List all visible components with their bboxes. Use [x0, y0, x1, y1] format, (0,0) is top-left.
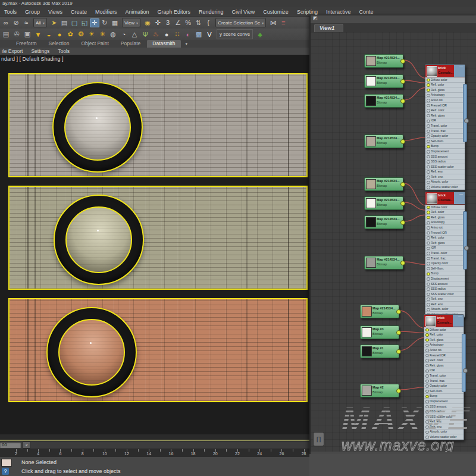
slot-refl-gloss[interactable]: Refl. gloss: [425, 87, 465, 93]
slot-aniso-rot-[interactable]: Aniso rot.: [425, 225, 465, 230]
slot-input-dot[interactable]: [427, 277, 430, 281]
material-preview-middle[interactable]: [8, 186, 308, 290]
slot-displacement[interactable]: Displacement: [425, 149, 465, 154]
material-preview-bottom[interactable]: [8, 298, 308, 402]
slot-transl-color[interactable]: Transl. color: [424, 373, 464, 378]
material-output-dot[interactable]: [464, 118, 469, 123]
vray-icon[interactable]: V: [205, 30, 214, 39]
slot-input-dot[interactable]: [425, 328, 429, 332]
menu-civil-view[interactable]: Civil View: [228, 9, 259, 15]
tree-icon[interactable]: ♣: [255, 30, 265, 39]
slot-refr-gloss[interactable]: Refr. gloss: [425, 113, 465, 118]
slot-refl-env-[interactable]: Refl. env.: [425, 170, 465, 175]
slot-aniso-rot-[interactable]: Aniso rot.: [424, 347, 464, 353]
slot-diffuse-color[interactable]: Diffuse color: [424, 327, 464, 333]
menu-views[interactable]: Views: [44, 9, 67, 15]
material-preview-top[interactable]: [8, 73, 308, 177]
material-node-2[interactable]: brickCzonale...—Diffuse colorRefl. color…: [425, 192, 465, 318]
slot-input-dot[interactable]: [427, 298, 430, 301]
slot-fresnel-ior[interactable]: Fresnel IOR: [425, 230, 465, 236]
bitmap-node-5[interactable]: Map #214534...Bitmap: [364, 177, 403, 191]
palette-icon[interactable]: ◐: [183, 30, 193, 39]
fire-icon[interactable]: ♨: [151, 30, 161, 39]
slot-input-dot[interactable]: [427, 216, 430, 220]
slot-displacement[interactable]: Displacement: [424, 399, 464, 404]
film-camera-icon[interactable]: ✇: [12, 30, 21, 39]
slot-refr-env-[interactable]: Refr. env.: [425, 174, 465, 180]
bitmap-node-2[interactable]: Map #214534...Bitmap: [364, 74, 403, 88]
slot-input-dot[interactable]: [427, 252, 430, 255]
slot-input-dot[interactable]: [427, 109, 430, 112]
slot-refl-env-[interactable]: Refl. env.: [424, 419, 464, 425]
menu-group[interactable]: Group: [21, 9, 44, 15]
bitmap-output-dot[interactable]: [400, 261, 405, 265]
slot-refl-env-[interactable]: Refl. env.: [425, 297, 465, 302]
ribbon-tab-object-paint[interactable]: Object Paint: [76, 40, 114, 48]
slot-transl-frac-[interactable]: Transl. frac.: [425, 129, 465, 134]
next-frame-button[interactable]: >: [23, 441, 30, 449]
slot-input-dot[interactable]: [427, 99, 430, 102]
scene-converter-button[interactable]: y scene conve: [217, 29, 253, 39]
slot-input-dot[interactable]: [427, 247, 430, 250]
slot-opacity-color[interactable]: Opacity color: [425, 134, 465, 139]
slot-input-dot[interactable]: [427, 287, 430, 291]
slot-bump[interactable]: Bump: [425, 271, 465, 277]
shortcut-override-icon[interactable]: {: [203, 18, 213, 27]
rotate-icon[interactable]: ↻: [100, 18, 109, 27]
bitmap-node-3[interactable]: Map #214534...Bitmap: [364, 94, 403, 108]
slot-sss-radius[interactable]: SSS radius: [425, 159, 465, 165]
slot-anisotropy[interactable]: Anisotropy: [425, 93, 465, 98]
slot-input-dot[interactable]: [427, 236, 430, 240]
snap-3d-icon[interactable]: 3: [163, 18, 173, 27]
slot-input-dot[interactable]: [427, 130, 430, 133]
slot-input-dot[interactable]: [425, 349, 429, 352]
torus-ring[interactable]: [52, 82, 143, 173]
slot-refl-color[interactable]: Refl. color: [425, 210, 465, 215]
bitmap-node-4[interactable]: Map #214534...Bitmap: [364, 134, 403, 148]
slot-refr-color[interactable]: Refr. color: [424, 358, 464, 364]
slot-refl-color[interactable]: Refl. color: [425, 83, 465, 88]
ribbon-tab-freeform[interactable]: Freeform: [11, 40, 42, 48]
slot-absorb-color[interactable]: Absorb. color: [425, 180, 465, 185]
ornament-light-icon[interactable]: ✿: [65, 30, 75, 39]
slot-input-dot[interactable]: [425, 369, 429, 373]
node-scrollbar[interactable]: [463, 84, 467, 142]
slot-input-dot[interactable]: [425, 425, 429, 429]
slot-input-dot[interactable]: [427, 257, 430, 261]
spinner-snap-icon[interactable]: ⇅: [193, 18, 203, 27]
slot-transl-color[interactable]: Transl. color: [425, 250, 465, 256]
slot-input-dot[interactable]: [425, 364, 429, 368]
slot-refr-color[interactable]: Refr. color: [425, 108, 465, 114]
collapse-icon[interactable]: —: [459, 65, 463, 68]
node-scrollbar[interactable]: [463, 211, 467, 270]
slot-fresnel-ior[interactable]: Fresnel IOR: [424, 353, 464, 358]
manipulate-icon[interactable]: ✜: [153, 18, 162, 27]
slot-fresnel-ior[interactable]: Fresnel IOR: [425, 103, 465, 108]
material-node-title[interactable]: brickCzonale...—: [425, 192, 465, 205]
menu-interactive[interactable]: Interactive: [322, 9, 355, 15]
menu-customize[interactable]: Customize: [259, 9, 293, 15]
bitmap-output-dot[interactable]: [396, 389, 401, 393]
rect-selection-icon[interactable]: ▢: [70, 18, 79, 27]
slot-refl-gloss[interactable]: Refl. gloss: [425, 215, 465, 220]
slot-anisotropy[interactable]: Anisotropy: [424, 343, 464, 348]
slot-self-illum-[interactable]: Self-Illum.: [425, 266, 465, 271]
layer-manager-icon[interactable]: ≡: [278, 18, 288, 27]
slot-absorb-color[interactable]: Absorb. color: [425, 307, 465, 312]
percent-snap-icon[interactable]: %: [183, 18, 193, 27]
slot-input-dot[interactable]: [427, 79, 430, 82]
slot-input-dot[interactable]: [427, 308, 430, 312]
material-sphere-icon[interactable]: ●: [162, 30, 171, 39]
foliage-icon[interactable]: Ψ: [140, 30, 150, 39]
bitmap-output-dot[interactable]: [400, 201, 405, 206]
slot-input-dot[interactable]: [425, 354, 429, 358]
slot-input-dot[interactable]: [425, 410, 429, 414]
bitmap-output-dot[interactable]: [400, 99, 405, 104]
slot-sss-amount[interactable]: SSS amount: [424, 404, 464, 409]
material-node-3[interactable]: brickCzonale...—Diffuse colorRefl. color…: [424, 314, 464, 440]
slot-opacity-color[interactable]: Opacity color: [424, 384, 464, 389]
slot-diffuse-color[interactable]: Diffuse color: [425, 77, 465, 83]
slot-input-dot[interactable]: [427, 165, 430, 169]
slot-input-dot[interactable]: [427, 170, 430, 174]
material-output-dot[interactable]: [464, 246, 469, 250]
